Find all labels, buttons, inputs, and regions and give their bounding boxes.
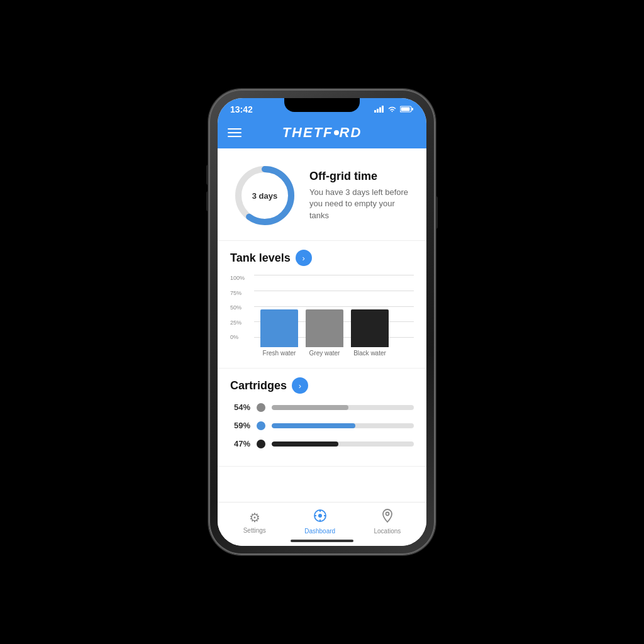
home-indicator <box>291 540 353 542</box>
nav-settings[interactable]: ⚙ Settings <box>235 506 275 538</box>
wifi-icon <box>387 106 397 114</box>
svg-point-15 <box>386 513 389 516</box>
cartridge-1-fill <box>272 405 348 410</box>
notch <box>284 98 360 112</box>
bar-item-grey: Grey water <box>306 309 343 357</box>
bars-container: Fresh water Grey water Black water <box>254 275 414 357</box>
bar-item-fresh: Fresh water <box>260 309 298 357</box>
status-time: 13:42 <box>230 104 253 114</box>
bar-label-grey: Grey water <box>309 350 340 357</box>
cartridge-3-dot <box>257 440 265 448</box>
svg-rect-1 <box>377 109 379 113</box>
cartridge-item-1: 54% <box>230 402 414 412</box>
bar-black-water <box>351 309 389 347</box>
hamburger-line-2 <box>228 132 242 133</box>
svg-point-10 <box>318 514 322 518</box>
menu-button[interactable] <box>228 128 242 137</box>
status-bar: 13:42 <box>218 98 426 118</box>
bar-label-fresh: Fresh water <box>263 350 296 357</box>
svg-rect-5 <box>412 108 414 110</box>
nav-dashboard[interactable]: Dashboard <box>296 505 344 538</box>
y-axis-labels: 100% 75% 50% 25% 0% <box>230 275 245 340</box>
offgrid-description: You have 3 days left before you need to … <box>309 187 414 221</box>
bar-fresh-water <box>260 309 298 347</box>
cartridge-2-track <box>272 423 414 428</box>
cartridges-header: Cartridges › <box>230 377 414 394</box>
bar-label-black: Black water <box>353 350 386 357</box>
cartridge-3-fill <box>272 441 338 447</box>
nav-dashboard-label: Dashboard <box>304 528 335 535</box>
cartridge-1-dot <box>257 403 265 412</box>
offgrid-title: Off-grid time <box>309 170 414 183</box>
tank-levels-section: Tank levels › 100% 75% 50% 25% 0% <box>218 241 426 369</box>
y-label-50: 50% <box>230 304 245 311</box>
phone-device: 13:42 THETFRD <box>209 89 435 555</box>
bar-chart: 100% 75% 50% 25% 0% <box>230 275 414 359</box>
locations-icon <box>382 509 393 526</box>
cartridges-title: Cartridges <box>230 379 287 392</box>
offgrid-section: 3 days Off-grid time You have 3 days lef… <box>218 148 426 241</box>
cartridges-section: Cartridges › 54% 59% <box>218 369 426 467</box>
cartridge-3-pct: 47% <box>230 439 250 448</box>
chart-area: Fresh water Grey water Black water <box>254 275 414 357</box>
svg-rect-0 <box>374 110 376 113</box>
cartridge-item-2: 59% <box>230 421 414 430</box>
nav-locations-label: Locations <box>374 528 401 535</box>
tank-levels-arrow[interactable]: › <box>296 250 312 266</box>
hamburger-line-1 <box>228 128 242 130</box>
cartridge-item-3: 47% <box>230 439 414 448</box>
svg-rect-2 <box>379 107 381 113</box>
settings-icon: ⚙ <box>249 510 260 525</box>
offgrid-donut: 3 days <box>230 161 299 230</box>
hamburger-line-3 <box>228 136 242 137</box>
tank-levels-title: Tank levels <box>230 252 291 265</box>
bar-item-black: Black water <box>351 309 389 357</box>
nav-locations[interactable]: Locations <box>365 505 410 538</box>
offgrid-text: Off-grid time You have 3 days left befor… <box>309 170 414 221</box>
signal-icon <box>374 106 384 114</box>
svg-rect-6 <box>401 107 410 111</box>
cartridge-1-pct: 54% <box>230 402 250 412</box>
tank-levels-header: Tank levels › <box>230 250 414 266</box>
battery-icon <box>400 106 414 114</box>
cartridge-3-track <box>272 441 414 447</box>
main-content: 3 days Off-grid time You have 3 days lef… <box>218 148 426 546</box>
phone-screen: 13:42 THETFRD <box>218 98 426 546</box>
svg-rect-3 <box>382 106 384 113</box>
y-label-25: 25% <box>230 319 245 326</box>
y-label-75: 75% <box>230 290 245 296</box>
cartridge-2-fill <box>272 423 355 428</box>
cartridges-arrow[interactable]: › <box>292 377 308 394</box>
app-logo: THETFRD <box>282 125 362 141</box>
y-label-100: 100% <box>230 275 245 281</box>
status-icons <box>374 106 414 114</box>
cartridge-1-track <box>272 405 414 410</box>
dashboard-icon <box>313 509 327 526</box>
cartridge-2-dot <box>257 421 265 430</box>
offgrid-days-label: 3 days <box>252 191 277 201</box>
y-label-0: 0% <box>230 334 245 340</box>
nav-settings-label: Settings <box>243 527 266 534</box>
bar-grey-water <box>306 309 343 347</box>
app-header: THETFRD <box>218 118 426 148</box>
power-button[interactable] <box>435 196 438 229</box>
cartridge-2-pct: 59% <box>230 421 250 430</box>
